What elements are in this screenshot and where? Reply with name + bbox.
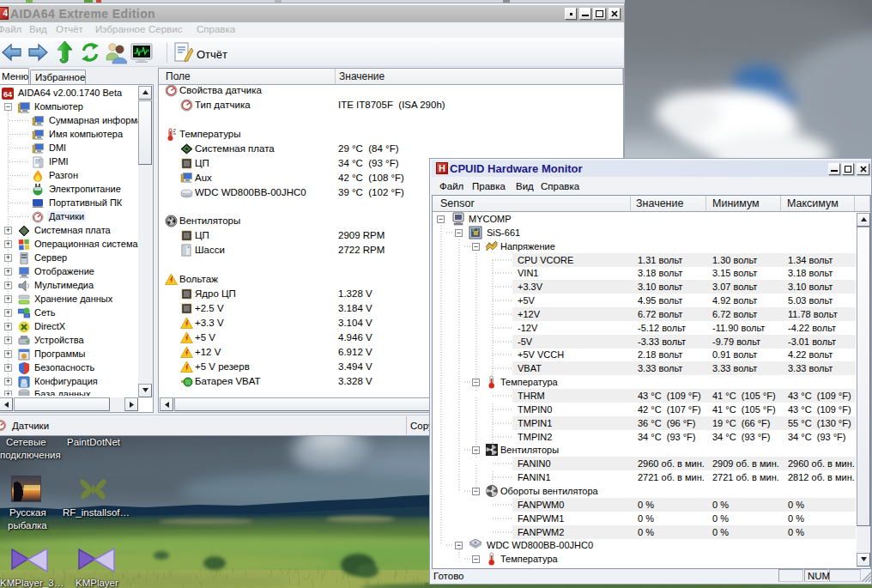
- svg-text:64: 64: [3, 90, 12, 99]
